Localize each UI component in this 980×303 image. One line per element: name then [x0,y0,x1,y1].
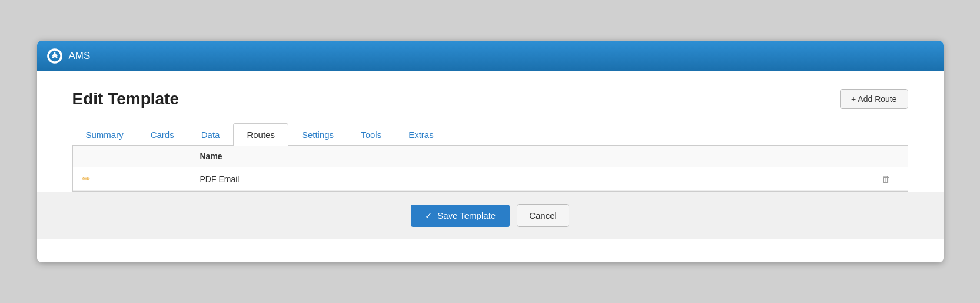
tab-settings[interactable]: Settings [288,123,347,146]
edit-icon[interactable]: ✏ [82,174,90,184]
routes-table: Name ✏ PDF Email 🗑 [73,146,908,191]
table-header-row: Name [73,146,908,167]
tab-cards[interactable]: Cards [137,123,188,146]
tab-data[interactable]: Data [188,123,234,146]
col-header-action-right [872,146,908,167]
col-header-action-left [73,146,191,167]
app-icon [46,48,63,64]
delete-icon[interactable]: 🗑 [882,174,891,184]
save-check-icon: ✓ [425,210,433,221]
titlebar: AMS [37,41,944,71]
tab-extras[interactable]: Extras [395,123,447,146]
routes-table-section: Name ✏ PDF Email 🗑 [72,146,908,192]
save-template-label: Save Template [437,210,496,220]
main-content: Edit Template + Add Route Summary Cards … [37,71,944,192]
bottom-spacer [37,239,944,262]
app-title: AMS [69,50,91,62]
add-route-button[interactable]: + Add Route [840,89,908,109]
row-name-cell: PDF Email [191,167,872,191]
tab-bar: Summary Cards Data Routes Settings Tools… [72,123,908,146]
tab-routes[interactable]: Routes [233,123,288,146]
footer-bar: ✓ Save Template Cancel [37,192,944,239]
row-edit-cell: ✏ [73,167,191,191]
header-row: Edit Template + Add Route [72,89,908,109]
app-window: AMS Edit Template + Add Route Summary Ca… [37,41,944,262]
page-title: Edit Template [72,90,180,108]
table-row: ✏ PDF Email 🗑 [73,167,908,191]
tab-summary[interactable]: Summary [72,123,137,146]
cancel-button[interactable]: Cancel [517,204,569,227]
save-template-button[interactable]: ✓ Save Template [411,205,510,227]
col-header-name: Name [191,146,872,167]
row-delete-cell: 🗑 [872,167,908,191]
tab-tools[interactable]: Tools [347,123,395,146]
